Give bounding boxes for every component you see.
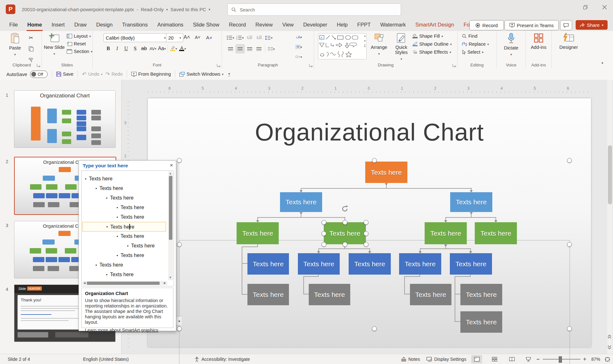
text-pane-item[interactable]: •Texts here [82,270,166,279]
language-button[interactable]: English (United States) [83,354,129,364]
character-spacing-button[interactable]: AV▾ [149,44,157,53]
search-input[interactable] [239,7,397,13]
shape-fill-button[interactable]: Shape Fill▾ [412,34,452,39]
shape-resize-handle[interactable] [364,242,368,247]
arrange-button[interactable]: Arrange ▾ [368,33,390,57]
font-name-select[interactable]: Calibri (Body)▾ [103,33,168,42]
slide-title[interactable]: Organizational Chart [148,118,591,146]
text-direction-button[interactable]: ↓A▾ [295,33,303,41]
scroll-up-icon[interactable]: ▲ [169,172,172,175]
italic-button[interactable]: I [113,44,121,53]
columns-button[interactable]: ▾ [267,45,276,53]
frame-resize-handle[interactable] [372,326,377,331]
org-node-l2b[interactable]: Texts here [450,192,492,212]
clipboard-dialog-launcher[interactable] [37,64,40,67]
text-pane-item[interactable]: •Texts here [82,193,166,203]
decrease-indent-button[interactable] [246,34,254,42]
font-size-select[interactable]: 20▾ [166,33,183,42]
org-node-g3[interactable]: Texts here [425,222,467,244]
text-pane-item[interactable]: •Texts here [82,203,166,212]
vertical-scrollbar[interactable] [607,80,612,354]
shape-rotate-handle[interactable] [341,205,349,213]
text-pane-item[interactable]: •Texts here [82,212,166,222]
shape-resize-handle[interactable] [364,220,368,225]
numbering-button[interactable]: 123 ▾ [236,34,244,42]
new-slide-button[interactable]: New Slide ▾ [44,33,65,57]
justify-button[interactable] [255,45,263,53]
comments-button[interactable] [560,20,572,30]
tab-home[interactable]: Home [23,19,47,31]
org-node-gr5[interactable]: Texts here [460,311,502,333]
addins-button[interactable]: Add-ins [528,33,549,50]
search-box[interactable] [227,4,401,16]
smartart-learn-more-link[interactable]: Learn more about SmartArt graphics [85,328,158,333]
text-pane-item[interactable]: •Texts here [82,174,166,184]
tab-smartart-design[interactable]: SmartArt Design [411,19,459,31]
next-slide-button[interactable] [606,343,613,351]
switch-windows-button[interactable]: Switch Windows▾ [179,72,223,77]
undo-button[interactable]: ↶ Undo▾ [82,71,102,78]
text-pane-close-icon[interactable]: × [170,162,173,169]
record-button[interactable]: Record [469,20,504,30]
decrease-font-size-button[interactable]: A˅ [193,33,202,42]
fit-slide-to-window-button[interactable] [605,354,610,364]
text-pane-item-selected[interactable]: •Texts here [82,222,166,231]
text-pane-item[interactable]: •Texts here [82,251,166,260]
shapes-gallery-scroll[interactable]: ▴▾▾ [364,34,366,48]
shapes-gallery[interactable]: A [318,33,367,59]
shape-resize-handle[interactable] [322,231,326,236]
scroll-right-icon[interactable]: ▶ [164,282,166,284]
font-color-button[interactable]: A ▾ [178,44,187,53]
frame-resize-handle[interactable] [567,242,572,247]
align-right-button[interactable] [246,45,254,53]
org-node-root[interactable]: Texts here [365,162,407,183]
scroll-left-icon[interactable]: ◀ [83,282,86,284]
vertical-scrollbar-thumb[interactable] [608,145,612,204]
shape-resize-handle[interactable] [343,242,347,247]
increase-indent-button[interactable] [255,34,263,42]
share-button[interactable]: Share ▾ [576,20,608,30]
text-pane-item[interactable]: •Texts here [82,260,166,270]
redo-button[interactable]: ↷ Redo [105,71,123,78]
org-node-b4[interactable]: Texts here [399,253,441,275]
paste-button[interactable]: Paste ▾ [4,33,26,57]
align-center-button[interactable] [236,44,245,53]
tab-developer[interactable]: Developer [299,19,332,31]
org-node-g1[interactable]: Texts here [237,222,279,244]
org-node-g4[interactable]: Texts here [475,222,517,244]
org-node-b5[interactable]: Texts here [450,253,492,275]
tab-insert[interactable]: Insert [47,19,69,31]
shape-resize-handle[interactable] [322,242,326,247]
saved-status[interactable]: Saved to this PC [170,7,206,12]
quick-styles-button[interactable]: Quick Styles ▾ [391,33,412,62]
align-left-button[interactable] [226,45,235,53]
paragraph-dialog-launcher[interactable] [309,64,313,67]
find-button[interactable]: Find [462,34,489,39]
tab-transitions[interactable]: Transitions [117,19,153,31]
convert-to-smartart-button[interactable]: ▾ [295,53,303,61]
zoom-in-button[interactable]: + [583,354,587,364]
org-node-l2a[interactable]: Texts here [280,192,322,212]
bold-button[interactable]: B [104,44,112,53]
org-node-b1[interactable]: Texts here [247,253,289,275]
tab-animations[interactable]: Animations [153,19,188,31]
tab-slide-show[interactable]: Slide Show [188,19,224,31]
designer-button[interactable]: Designer [558,33,579,50]
autosave-toggle[interactable]: Off [30,71,48,78]
tab-watermark[interactable]: Watermark [375,19,411,31]
shape-resize-handle[interactable] [343,220,347,225]
select-button[interactable]: Select▾ [462,49,489,55]
clear-formatting-button[interactable]: A [205,33,213,42]
qat-overflow-button[interactable]: ▾ [228,72,230,76]
org-node-g2[interactable]: Texts here [324,222,366,244]
shape-outline-button[interactable]: Shape Outline▾ [412,42,452,47]
powerpoint-app-icon[interactable]: P [6,4,15,14]
org-node-gr4[interactable]: Texts here [460,284,502,305]
copy-button[interactable] [27,45,35,53]
shape-resize-handle[interactable] [322,220,326,225]
text-pane-item[interactable]: •Texts here [82,184,166,193]
underline-button[interactable]: U [122,44,130,53]
text-pane-item[interactable]: •Texts here [82,231,166,241]
font-dialog-launcher[interactable] [217,64,220,67]
replace-button[interactable]: b Replace▾ [462,42,489,47]
